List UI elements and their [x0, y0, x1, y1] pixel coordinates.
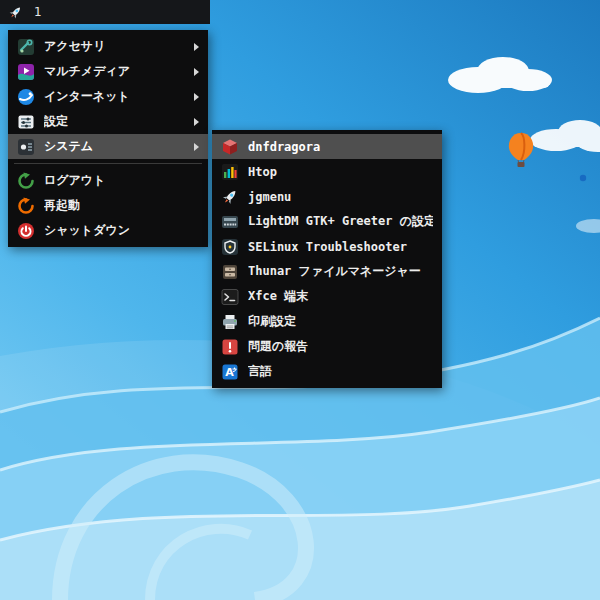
jgmenu-rocket-icon — [221, 188, 239, 206]
menu-item-label: シャットダウン — [44, 222, 199, 239]
settings-icon — [17, 113, 35, 131]
restart-icon — [17, 197, 35, 215]
submenu-arrow-icon — [194, 118, 199, 126]
menu-item-label: 再起動 — [44, 197, 199, 214]
menu-item-label: 言語 — [248, 363, 433, 380]
logout-icon — [17, 172, 35, 190]
menu-item-shutdown[interactable]: シャットダウン — [8, 218, 208, 243]
submenu-item-selinux-troubleshooter[interactable]: SELinux Troubleshooter — [212, 234, 442, 259]
menu-item-label: Htop — [248, 165, 433, 179]
terminal-icon — [221, 288, 239, 306]
menu-item-label: jgmenu — [248, 190, 433, 204]
submenu-item-print-settings[interactable]: 印刷設定 — [212, 309, 442, 334]
menu-separator — [14, 163, 202, 164]
submenu-item-htop[interactable]: Htop — [212, 159, 442, 184]
internet-icon — [17, 88, 35, 106]
submenu-item-language[interactable]: 言語 — [212, 359, 442, 384]
workspace-indicator[interactable]: 1 — [34, 5, 42, 19]
submenu-item-thunar[interactable]: Thunar ファイルマネージャー — [212, 259, 442, 284]
system-submenu: dnfdragora Htop jgmenu LightDM GTK+ Gree… — [212, 130, 442, 388]
menu-item-multimedia[interactable]: マルチメディア — [8, 59, 208, 84]
shutdown-icon — [17, 222, 35, 240]
application-menu: アクセサリ マルチメディア インターネット 設定 システム ログアウト 再起動 … — [8, 30, 208, 247]
submenu-item-xfce-terminal[interactable]: Xfce 端末 — [212, 284, 442, 309]
menu-item-label: SELinux Troubleshooter — [248, 240, 433, 254]
menu-item-logout[interactable]: ログアウト — [8, 168, 208, 193]
menu-item-label: Thunar ファイルマネージャー — [248, 263, 433, 280]
submenu-arrow-icon — [194, 93, 199, 101]
multimedia-icon — [17, 63, 35, 81]
menu-item-restart[interactable]: 再起動 — [8, 193, 208, 218]
menu-item-settings[interactable]: 設定 — [8, 109, 208, 134]
top-panel: 1 — [0, 0, 210, 24]
submenu-item-dnfdragora[interactable]: dnfdragora — [212, 134, 442, 159]
menu-item-label: アクセサリ — [44, 38, 185, 55]
submenu-item-jgmenu[interactable]: jgmenu — [212, 184, 442, 209]
submenu-arrow-icon — [194, 143, 199, 151]
bird-dot — [580, 175, 586, 181]
menu-item-label: 印刷設定 — [248, 313, 433, 330]
menu-item-label: dnfdragora — [248, 140, 433, 154]
htop-icon — [221, 163, 239, 181]
system-icon — [17, 138, 35, 156]
dnfdragora-icon — [221, 138, 239, 156]
thunar-file-manager-icon — [221, 263, 239, 281]
language-icon — [221, 363, 239, 381]
submenu-arrow-icon — [194, 68, 199, 76]
submenu-arrow-icon — [194, 43, 199, 51]
menu-item-label: Xfce 端末 — [248, 288, 433, 305]
menu-item-accessories[interactable]: アクセサリ — [8, 34, 208, 59]
menu-item-label: 問題の報告 — [248, 338, 433, 355]
menu-item-label: 設定 — [44, 113, 185, 130]
jgmenu-launcher-rocket-icon[interactable] — [8, 5, 23, 20]
menu-item-label: LightDM GTK+ Greeter の設定 — [248, 213, 433, 230]
menu-item-label: インターネット — [44, 88, 185, 105]
menu-item-label: ログアウト — [44, 172, 199, 189]
accessories-icon — [17, 38, 35, 56]
submenu-item-problem-reporting[interactable]: 問題の報告 — [212, 334, 442, 359]
problem-report-icon — [221, 338, 239, 356]
menu-item-internet[interactable]: インターネット — [8, 84, 208, 109]
menu-item-system[interactable]: システム — [8, 134, 208, 159]
menu-item-label: システム — [44, 138, 185, 155]
selinux-shield-icon — [221, 238, 239, 256]
printer-icon — [221, 313, 239, 331]
lightdm-greeter-icon — [221, 213, 239, 231]
submenu-item-lightdm-settings[interactable]: LightDM GTK+ Greeter の設定 — [212, 209, 442, 234]
menu-item-label: マルチメディア — [44, 63, 185, 80]
